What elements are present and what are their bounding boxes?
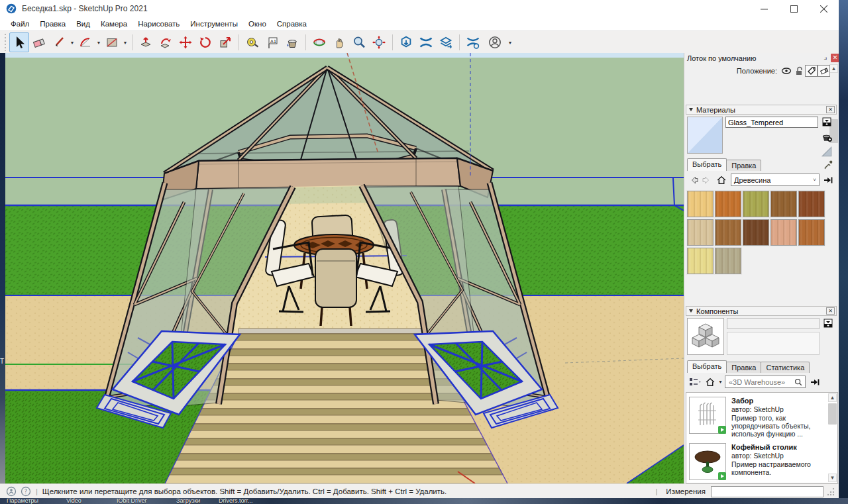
material-swatch[interactable]: [743, 219, 769, 246]
create-material-icon[interactable]: [821, 130, 833, 142]
paint-bucket-tool-button[interactable]: [282, 32, 302, 52]
close-button[interactable]: [809, 0, 839, 17]
components-tab-select[interactable]: Выбрать: [687, 360, 727, 373]
view-options-icon[interactable]: [688, 377, 702, 387]
material-swatch[interactable]: [770, 191, 797, 217]
unlock-icon[interactable]: [792, 65, 805, 77]
tag-icon[interactable]: [805, 65, 818, 77]
menu-tools[interactable]: Инструменты: [185, 19, 243, 29]
help-icon[interactable]: ?: [21, 486, 31, 497]
material-swatch[interactable]: [687, 219, 714, 246]
tray-header[interactable]: Лоток по умолчанию: [684, 53, 839, 63]
desktop-icon-label[interactable]: Drivers.torr...: [219, 498, 253, 504]
move-tool-button[interactable]: [176, 32, 195, 52]
material-swatch[interactable]: [687, 248, 714, 274]
3d-viewport-scene[interactable]: [5, 53, 684, 483]
model-viewport[interactable]: [5, 53, 684, 483]
eye-icon[interactable]: [780, 65, 792, 77]
warehouse-search-box[interactable]: [725, 376, 806, 388]
scale-tool-button[interactable]: [215, 32, 235, 52]
pin-icon[interactable]: ⟓: [821, 54, 829, 62]
push-pull-tool-button[interactable]: [136, 32, 156, 52]
select-tool-button[interactable]: [9, 32, 29, 52]
extension-curves-gear-button[interactable]: [463, 32, 483, 52]
rotate-tool-button[interactable]: [195, 32, 215, 52]
menu-help[interactable]: Справка: [272, 19, 312, 29]
material-swatch[interactable]: [687, 191, 714, 217]
home-icon[interactable]: [716, 174, 727, 185]
zoom-extents-tool-button[interactable]: [369, 32, 389, 52]
extension-curves-button[interactable]: [416, 32, 436, 52]
account-dropdown[interactable]: ▼: [507, 33, 513, 52]
menu-camera[interactable]: Камера: [95, 19, 132, 29]
text-tool-button[interactable]: A1: [262, 32, 282, 52]
tray-scroll-up[interactable]: ▲: [829, 64, 838, 73]
menu-view[interactable]: Вид: [71, 19, 95, 29]
menu-draw[interactable]: Нарисовать: [132, 19, 185, 29]
search-icon[interactable]: [794, 378, 803, 387]
desktop-icon-label[interactable]: Video: [66, 498, 81, 504]
material-swatch[interactable]: [798, 191, 825, 217]
forward-arrow-icon[interactable]: [701, 175, 712, 185]
details-arrow-icon[interactable]: [809, 377, 821, 387]
zoom-tool-button[interactable]: [349, 32, 369, 52]
line-tool-button[interactable]: [49, 32, 69, 52]
geolocation-icon[interactable]: [6, 486, 17, 497]
materials-tab-edit[interactable]: Правка: [726, 160, 761, 171]
material-collection-dropdown[interactable]: Древесина ˅: [731, 174, 820, 186]
components-tab-edit[interactable]: Правка: [726, 362, 761, 373]
arc-tool-button[interactable]: [76, 32, 95, 52]
material-swatch[interactable]: [715, 248, 741, 274]
eraser-small-icon[interactable]: [818, 65, 830, 77]
rectangle-tool-dropdown[interactable]: ▼: [122, 33, 129, 52]
component-list-item[interactable]: Забор автор: SketchUp Пример того, как у…: [689, 397, 828, 438]
resize-grip[interactable]: [827, 487, 835, 495]
materials-section-header[interactable]: Материалы ✕: [686, 105, 837, 115]
materials-tab-select[interactable]: Выбрать: [687, 158, 727, 171]
components-tab-statistics[interactable]: Статистика: [761, 362, 810, 373]
list-scroll-up[interactable]: ▲: [828, 393, 837, 402]
pan-tool-button[interactable]: [329, 32, 349, 52]
component-description-field[interactable]: [727, 332, 820, 355]
chevron-down-icon[interactable]: ▼: [718, 379, 723, 384]
material-swatch[interactable]: [798, 219, 825, 246]
material-swatch[interactable]: [770, 219, 797, 246]
component-name-field[interactable]: [727, 318, 820, 329]
tape-measure-tool-button[interactable]: [242, 32, 262, 52]
material-swatch[interactable]: [715, 191, 741, 217]
back-arrow-icon[interactable]: [688, 175, 700, 185]
material-name-input[interactable]: [725, 117, 818, 128]
follow-me-tool-button[interactable]: [156, 32, 176, 52]
extension-hex-arrow-button[interactable]: [396, 32, 416, 52]
desktop-icon-label[interactable]: IObit Driver: [117, 498, 147, 504]
extension-layers-arrow-button[interactable]: [436, 32, 456, 52]
home-icon[interactable]: [704, 376, 716, 387]
materials-close-button[interactable]: ✕: [826, 106, 835, 113]
orbit-tool-button[interactable]: [309, 32, 329, 52]
eraser-tool-button[interactable]: [29, 32, 49, 52]
list-scroll-thumb[interactable]: [828, 403, 837, 425]
material-preview[interactable]: [687, 117, 723, 154]
warehouse-search-input[interactable]: [727, 378, 794, 387]
components-close-button[interactable]: ✕: [826, 307, 835, 315]
desktop-icon-label[interactable]: Параметры: [7, 498, 38, 504]
eyedropper-icon[interactable]: [822, 159, 834, 171]
account-button[interactable]: [483, 32, 507, 52]
details-arrow-icon[interactable]: [822, 175, 834, 185]
material-swatch[interactable]: [715, 219, 741, 246]
components-section-header[interactable]: Компоненты ✕: [686, 306, 837, 316]
list-scroll-down[interactable]: ▼: [828, 474, 837, 482]
back-face-sample-icon[interactable]: [821, 146, 833, 158]
secondary-pane-icon[interactable]: [821, 116, 833, 128]
toolbar-drag-handle[interactable]: [3, 34, 7, 51]
menu-edit[interactable]: Правка: [34, 19, 71, 29]
menu-window[interactable]: Окно: [243, 19, 272, 29]
minimize-button[interactable]: [749, 0, 779, 17]
desktop-icon-label[interactable]: Загрузки: [176, 498, 200, 504]
component-list-item[interactable]: Кофейный столик автор: SketchUp Пример н…: [689, 443, 828, 483]
material-swatch[interactable]: [743, 191, 769, 217]
component-title[interactable]: Забор: [731, 397, 753, 405]
secondary-pane-icon[interactable]: [822, 317, 834, 329]
line-tool-dropdown[interactable]: ▼: [69, 33, 76, 52]
measurements-input[interactable]: [711, 486, 823, 497]
